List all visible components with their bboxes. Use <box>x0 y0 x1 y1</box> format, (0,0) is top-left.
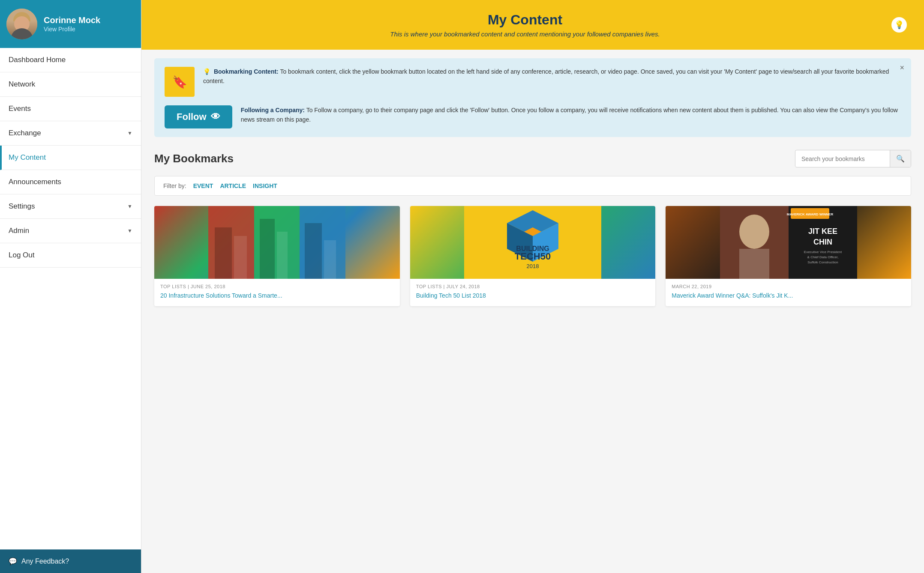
card-2-meta: TOP LISTS | JULY 24, 2018 <box>410 279 656 292</box>
bookmarks-header: My Bookmarks 🔍 <box>154 150 911 167</box>
lightbulb-icon: 💡 <box>891 17 907 33</box>
follow-tip-label: Following a Company: <box>241 107 305 113</box>
profile-name: Corinne Mock <box>44 15 100 25</box>
bookmark-tip-label: Bookmarking Content: <box>214 68 279 75</box>
card-3-title[interactable]: Maverick Award Winner Q&A: Suffolk's Jit… <box>666 292 911 306</box>
nav-item-dashboard-home[interactable]: Dashboard Home <box>0 48 141 72</box>
card-image-2: BUILDING TECH50 2018 <box>410 206 656 279</box>
nav-item-admin[interactable]: Admin ▼ <box>0 219 141 243</box>
bookmark-card-2: BUILDING TECH50 2018 TOP LISTS | JULY 24… <box>410 206 656 306</box>
svg-rect-7 <box>305 223 322 279</box>
chevron-down-icon: ▼ <box>127 203 132 209</box>
view-profile-link[interactable]: View Profile <box>44 26 75 33</box>
main-content: My Content This is where your bookmarked… <box>141 0 924 573</box>
chevron-down-icon: ▼ <box>127 228 132 234</box>
bookmarks-section: My Bookmarks 🔍 Filter by: EVENT ARTICLE … <box>141 146 924 319</box>
eye-icon: 👁 <box>211 111 220 122</box>
svg-rect-4 <box>234 236 247 279</box>
avatar <box>6 9 37 39</box>
svg-text:Suffolk Construction: Suffolk Construction <box>807 260 838 264</box>
card-1-meta: TOP LISTS | JUNE 25, 2018 <box>154 279 400 292</box>
svg-text:CHIN: CHIN <box>813 238 832 246</box>
nav-item-events[interactable]: Events <box>0 97 141 121</box>
nav-item-exchange[interactable]: Exchange ▼ <box>0 121 141 146</box>
bookmark-tip-row: 🔖 💡 Bookmarking Content: To bookmark con… <box>165 67 901 97</box>
bookmarks-title: My Bookmarks <box>154 152 234 165</box>
filter-label: Filter by: <box>163 182 186 189</box>
follow-tip-body: To Follow a company, go to their company… <box>241 107 898 123</box>
svg-text:2018: 2018 <box>527 263 539 269</box>
hero-text: My Content This is where your bookmarked… <box>159 12 891 38</box>
follow-tip-text: Following a Company: To Follow a company… <box>241 105 901 125</box>
nav-item-settings[interactable]: Settings ▼ <box>0 194 141 219</box>
filter-bar: Filter by: EVENT ARTICLE INSIGHT <box>154 176 911 196</box>
search-button[interactable]: 🔍 <box>890 150 911 167</box>
search-input[interactable] <box>795 151 890 167</box>
feedback-button[interactable]: 💬 Any Feedback? <box>0 549 141 573</box>
bookmark-icon: 🔖 <box>172 75 187 89</box>
filter-insight[interactable]: INSIGHT <box>253 182 277 189</box>
bookmark-card-1: TOP LISTS | JUNE 25, 2018 20 Infrastruct… <box>154 206 400 306</box>
bookmark-icon-box: 🔖 <box>165 67 195 97</box>
profile-info: Corinne Mock View Profile <box>44 15 100 33</box>
follow-button[interactable]: Follow 👁 <box>165 105 232 128</box>
page-title: My Content <box>159 12 891 28</box>
follow-label: Follow <box>177 111 207 122</box>
close-button[interactable]: × <box>900 63 904 72</box>
bookmark-tip-text: 💡 Bookmarking Content: To bookmark conte… <box>203 67 901 86</box>
sidebar: Corinne Mock View Profile Dashboard Home… <box>0 0 141 573</box>
follow-tip-row: Follow 👁 Following a Company: To Follow … <box>165 105 901 128</box>
svg-rect-5 <box>260 219 275 279</box>
svg-text:& Chief Data Officer,: & Chief Data Officer, <box>807 255 838 259</box>
profile-header: Corinne Mock View Profile <box>0 0 141 48</box>
info-box: × 🔖 💡 Bookmarking Content: To bookmark c… <box>154 58 911 137</box>
page-subtitle: This is where your bookmarked content an… <box>159 30 891 38</box>
svg-point-19 <box>739 215 769 249</box>
card-image-3: MAVERICK AWARD WINNER JIT KEE CHIN Execu… <box>666 206 911 279</box>
card-3-meta: MARCH 22, 2019 <box>666 279 911 292</box>
svg-text:TECH50: TECH50 <box>515 251 551 262</box>
hero-banner: My Content This is where your bookmarked… <box>141 0 924 50</box>
nav-item-announcements[interactable]: Announcements <box>0 170 141 194</box>
bookmark-tip-body: To bookmark content, click the yellow bo… <box>203 68 889 84</box>
svg-rect-20 <box>739 249 769 279</box>
svg-rect-8 <box>324 240 336 279</box>
svg-text:MAVERICK AWARD WINNER: MAVERICK AWARD WINNER <box>786 212 833 216</box>
nav-item-logout[interactable]: Log Out <box>0 243 141 268</box>
svg-rect-3 <box>215 227 232 279</box>
svg-text:JIT KEE: JIT KEE <box>808 227 837 236</box>
filter-event[interactable]: EVENT <box>193 182 213 189</box>
card-2-title[interactable]: Building Tech 50 List 2018 <box>410 292 656 306</box>
card-image-1 <box>154 206 400 279</box>
chevron-down-icon: ▼ <box>127 130 132 136</box>
nav-item-network[interactable]: Network <box>0 72 141 97</box>
lightbulb-small-icon: 💡 <box>203 68 210 75</box>
bookmark-card-3: MAVERICK AWARD WINNER JIT KEE CHIN Execu… <box>666 206 911 306</box>
card-1-title[interactable]: 20 Infrastructure Solutions Toward a Sma… <box>154 292 400 306</box>
search-bar: 🔍 <box>795 150 911 167</box>
cards-grid: TOP LISTS | JUNE 25, 2018 20 Infrastruct… <box>154 206 911 306</box>
nav-item-my-content[interactable]: My Content <box>0 146 141 170</box>
svg-rect-6 <box>277 232 288 279</box>
svg-text:Executive Vice President: Executive Vice President <box>804 250 842 254</box>
filter-article[interactable]: ARTICLE <box>220 182 246 189</box>
chat-icon: 💬 <box>9 557 17 565</box>
